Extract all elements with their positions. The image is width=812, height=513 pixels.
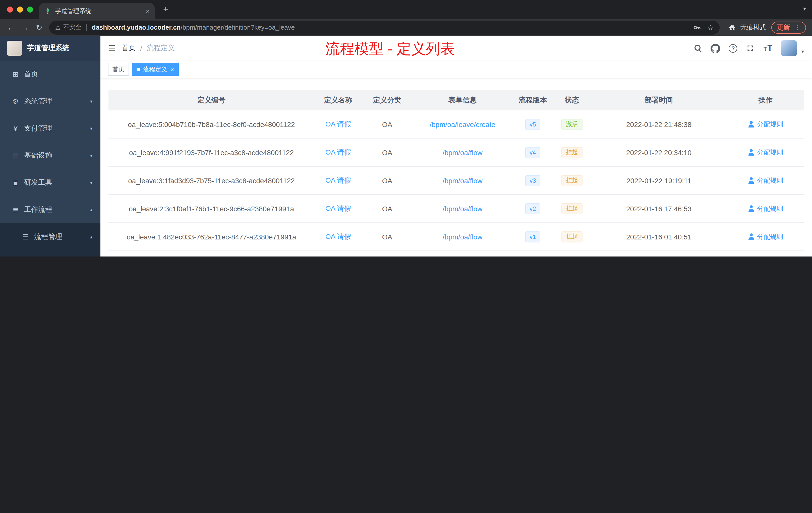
sidebar-item-workflow[interactable]: ≣ 工作流程 ▴ <box>0 196 100 223</box>
sidebar: 芋道管理系统 ⊞ 首页 ⚙ 系统管理 ▾ ¥ 支付管理 ▾ ▤ <box>0 36 100 256</box>
definition-name-link[interactable]: OA 请假 <box>325 232 351 241</box>
password-key-icon[interactable] <box>693 23 701 31</box>
browser-menu-icon[interactable]: ⋮ <box>794 24 801 31</box>
tag-process-definition[interactable]: 流程定义 × <box>132 63 178 76</box>
font-size-icon[interactable]: TT <box>763 44 772 53</box>
definition-name-link[interactable]: OA 请假 <box>325 120 351 129</box>
chevron-down-icon: ▾ <box>90 153 92 158</box>
fullscreen-icon[interactable] <box>746 44 755 53</box>
sidebar-item-process-form[interactable]: ▥ 流程表单 <box>0 250 100 256</box>
column-header: 定义名称 <box>314 90 362 111</box>
reload-button[interactable]: ↻ <box>32 20 46 34</box>
version-tag: v2 <box>525 203 540 214</box>
definition-id: oa_leave:2:3c1f0ef1-76b1-11ec-9c66-a2380… <box>129 205 294 213</box>
app-navbar: ☰ 首页 / 流程定义 流程模型 - 定义列表 ? <box>100 36 812 61</box>
column-header: 操作 <box>727 90 804 111</box>
sidebar-item-infrastructure[interactable]: ▤ 基础设施 ▾ <box>0 142 100 169</box>
window-minimize-button[interactable] <box>17 6 23 12</box>
address-bar[interactable]: ⚠ 不安全 dashboard.yudao.iocoder.cn/bpm/man… <box>49 20 720 34</box>
assign-rule-label: 分配规则 <box>757 232 783 241</box>
person-icon <box>748 205 754 212</box>
form-info-link[interactable]: /bpm/oa/leave/create <box>430 120 495 128</box>
form-info-link[interactable]: /bpm/oa/flow <box>443 176 483 184</box>
url-path: /bpm/manager/definition?key=oa_leave <box>181 24 295 31</box>
workflow-submenu: ☰ 流程管理 ▴ ▥ 流程表单 用户分组 ✈ 流程模型 <box>0 223 100 256</box>
tab-title: 芋道管理系统 <box>55 7 142 15</box>
sidebar-item-label: 流程管理 <box>34 233 62 241</box>
tag-home[interactable]: 首页 <box>108 63 129 76</box>
sidebar-item-label: 基础设施 <box>24 151 52 160</box>
definition-name-link[interactable]: OA 请假 <box>325 204 351 213</box>
chevron-down-icon[interactable]: ▾ <box>802 49 804 56</box>
sidebar-item-label: 首页 <box>24 70 38 79</box>
browser-window: 芋道管理系统 × + ▾ ← → ↻ ⚠ 不安全 dashboard.yudao… <box>0 0 812 256</box>
hamburger-icon[interactable]: ☰ <box>100 43 122 54</box>
browser-tabbar: 芋道管理系统 × + ▾ <box>0 0 812 19</box>
tags-view: 首页 流程定义 × <box>100 61 812 78</box>
main-area: ☰ 首页 / 流程定义 流程模型 - 定义列表 ? <box>100 36 812 256</box>
omnibox-divider <box>86 24 87 31</box>
sidebar-item-label: 研发工具 <box>24 178 52 187</box>
definition-table: 定义编号 定义名称 定义分类 表单信息 流程版本 状态 部署时间 操作 oa_l… <box>109 90 804 251</box>
assign-rule-link[interactable]: 分配规则 <box>748 204 783 213</box>
table-row: oa_leave:5:004b710b-7b8a-11ec-8ef0-acde4… <box>109 111 804 139</box>
version-tag: v5 <box>525 119 540 130</box>
definition-category: OA <box>382 233 392 241</box>
assign-rule-link[interactable]: 分配规则 <box>748 176 783 185</box>
form-info-link[interactable]: /bpm/oa/flow <box>443 233 483 241</box>
chevron-up-icon: ▴ <box>90 234 92 239</box>
assign-rule-label: 分配规则 <box>757 148 783 157</box>
chevron-up-icon: ▴ <box>90 207 92 212</box>
tag-label: 流程定义 <box>143 65 167 73</box>
browser-toolbar: ← → ↻ ⚠ 不安全 dashboard.yudao.iocoder.cn/b… <box>0 19 812 36</box>
tag-close-icon[interactable]: × <box>170 66 174 72</box>
window-zoom-button[interactable] <box>27 6 33 12</box>
deploy-time: 2022-01-22 20:34:10 <box>626 148 692 156</box>
page-annotation: 流程模型 - 定义列表 <box>325 39 455 59</box>
dashboard-icon: ⊞ <box>11 70 20 78</box>
sidebar-item-label: 支付管理 <box>24 124 52 133</box>
form-info-link[interactable]: /bpm/oa/flow <box>443 205 483 213</box>
bookmark-star-icon[interactable]: ☆ <box>707 23 714 31</box>
breadcrumb: 首页 / 流程定义 <box>122 44 175 53</box>
deploy-time: 2022-01-16 17:46:53 <box>626 205 692 213</box>
security-label[interactable]: 不安全 <box>63 23 81 32</box>
chevron-down-icon: ▾ <box>90 99 92 104</box>
sidebar-item-home[interactable]: ⊞ 首页 <box>0 61 100 88</box>
chevron-down-icon: ▾ <box>90 126 92 131</box>
breadcrumb-separator: / <box>140 44 142 52</box>
window-close-button[interactable] <box>7 6 13 12</box>
back-button[interactable]: ← <box>4 20 18 34</box>
help-icon[interactable]: ? <box>729 44 737 53</box>
tab-close-icon[interactable]: × <box>146 7 150 15</box>
sidebar-item-devtools[interactable]: ▣ 研发工具 ▾ <box>0 169 100 196</box>
app-root: 芋道管理系统 ⊞ 首页 ⚙ 系统管理 ▾ ¥ 支付管理 ▾ ▤ <box>0 36 812 256</box>
assign-rule-link[interactable]: 分配规则 <box>748 120 783 129</box>
app-logo[interactable]: 芋道管理系统 <box>0 36 100 61</box>
new-tab-button[interactable]: + <box>160 3 172 16</box>
definition-id: oa_leave:3:1fad3d93-7b75-11ec-a3c8-acde4… <box>128 176 295 184</box>
sidebar-item-process-management[interactable]: ☰ 流程管理 ▴ <box>0 223 100 250</box>
avatar[interactable] <box>781 40 797 56</box>
column-header: 状态 <box>553 90 591 111</box>
status-tag: 挂起 <box>561 147 582 158</box>
table-row: oa_leave:1:482ec033-762a-11ec-8477-a2380… <box>109 223 804 251</box>
sidebar-item-system[interactable]: ⚙ 系统管理 ▾ <box>0 88 100 115</box>
deploy-time: 2022-01-16 01:40:51 <box>626 233 692 241</box>
column-header: 定义分类 <box>362 90 412 111</box>
tab-search-chevron-icon[interactable]: ▾ <box>803 5 806 12</box>
form-info-link[interactable]: /bpm/oa/flow <box>443 148 483 156</box>
update-browser-button[interactable]: 更新 ⋮ <box>771 21 806 33</box>
definition-name-link[interactable]: OA 请假 <box>325 176 351 185</box>
search-icon[interactable] <box>694 44 702 52</box>
assign-rule-link[interactable]: 分配规则 <box>748 232 783 241</box>
breadcrumb-home-link[interactable]: 首页 <box>122 44 136 53</box>
github-icon[interactable] <box>711 43 720 53</box>
browser-tab[interactable]: 芋道管理系统 × <box>39 3 155 19</box>
assign-rule-link[interactable]: 分配规则 <box>748 148 783 157</box>
definition-name-link[interactable]: OA 请假 <box>325 148 351 157</box>
breadcrumb-current: 流程定义 <box>147 44 175 53</box>
window-controls <box>7 6 33 12</box>
forward-button[interactable]: → <box>18 20 32 34</box>
sidebar-item-payment[interactable]: ¥ 支付管理 ▾ <box>0 115 100 142</box>
